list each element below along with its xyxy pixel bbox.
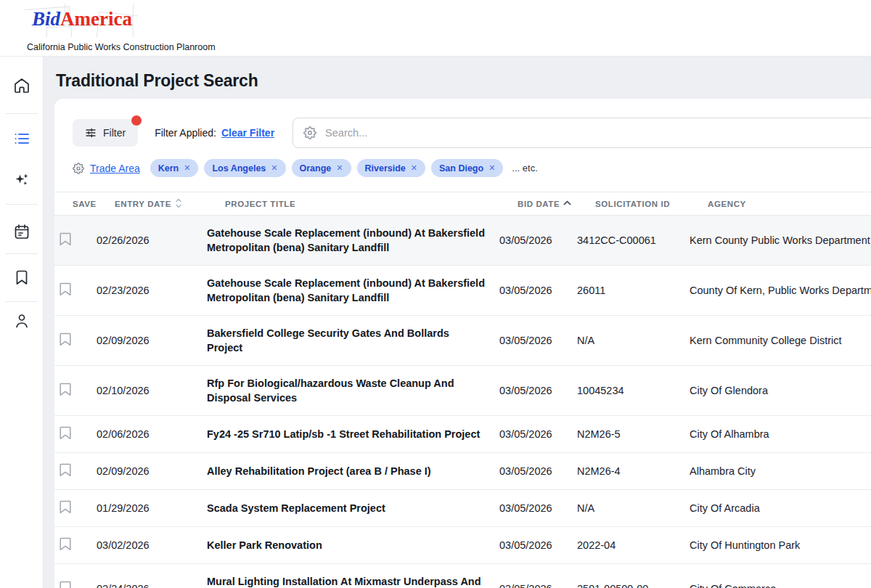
user-profile-icon[interactable] [13, 312, 30, 330]
project-title-cell[interactable]: Rfp For Biological/hazardous Waste Clean… [207, 376, 499, 405]
bookmark-save-icon[interactable] [60, 581, 71, 588]
trade-area-chip[interactable]: Los Angeles✕ [204, 159, 285, 177]
column-header-save: Save [73, 200, 115, 208]
bid-date-cell: 03/05/2026 [499, 385, 577, 396]
trade-area-chips: Kern✕ Los Angeles✕ Orange✕ Riverside✕ Sa… [150, 159, 504, 177]
table-body: 02/26/2026 Gatehouse Scale Replacement (… [54, 216, 871, 588]
solicitation-id-cell: N/A [577, 335, 690, 346]
bookmark-save-icon[interactable] [60, 537, 71, 551]
search-results-card: Filter Filter Applied: Clear Filter Trad… [54, 99, 871, 588]
chip-label: Los Angeles [212, 163, 266, 173]
trade-area-chip[interactable]: San Diego✕ [431, 159, 503, 177]
trade-area-chip[interactable]: Orange✕ [292, 159, 351, 177]
chip-label: San Diego [439, 163, 483, 173]
project-title-cell[interactable]: Keller Park Renovation [207, 538, 499, 552]
solicitation-id-cell: N2M26-4 [577, 465, 690, 477]
save-cell [54, 332, 97, 348]
trade-area-chip[interactable]: Kern✕ [150, 159, 199, 177]
trade-area-gear-icon [73, 163, 84, 174]
logo-part-bid: Bid [32, 8, 60, 30]
search-box[interactable] [293, 118, 871, 148]
entry-date-cell: 01/29/2026 [97, 502, 207, 514]
bookmark-save-icon[interactable] [60, 383, 71, 396]
project-title-cell[interactable]: Fy24 -25 Sr710 Latip/sb -1 Street Rehabi… [207, 427, 499, 441]
chip-remove-icon[interactable]: ✕ [411, 164, 417, 172]
table-row[interactable]: 02/23/2026 Gatehouse Scale Replacement (… [54, 266, 871, 316]
bookmark-save-icon[interactable] [60, 282, 71, 296]
table-row[interactable]: 02/10/2026 Rfp For Biological/hazardous … [54, 366, 871, 416]
agency-cell: City Of Alhambra [690, 428, 871, 440]
bid-date-cell: 03/05/2026 [499, 234, 577, 246]
chip-label: Riverside [365, 163, 406, 173]
table-row[interactable]: 02/09/2026 Alley Rehabilitation Project … [54, 453, 871, 490]
project-title-cell[interactable]: Mural Lighting Installation At Mixmastr … [207, 574, 499, 588]
column-header-bid-date[interactable]: Bid Date [518, 199, 595, 208]
agency-cell: Kern County Public Works Department [690, 234, 871, 246]
bookmark-nav-icon[interactable] [13, 269, 30, 286]
search-input[interactable] [325, 127, 871, 139]
project-list-icon[interactable] [13, 130, 30, 147]
bookmark-save-icon[interactable] [60, 232, 71, 246]
column-header-entry-date[interactable]: Entry Date [115, 198, 225, 210]
solicitation-id-cell: 26011 [577, 285, 690, 296]
sidebar-divider [6, 204, 38, 205]
project-title-cell[interactable]: Bakersfield College Security Gates And B… [207, 326, 499, 355]
bookmark-save-icon[interactable] [60, 332, 71, 346]
bid-date-cell: 03/05/2026 [499, 285, 577, 296]
filter-button[interactable]: Filter [73, 119, 138, 147]
chip-label: Orange [300, 163, 332, 173]
project-title-cell[interactable]: Alley Rehabilitation Project (area B / P… [207, 464, 499, 478]
trade-area-link[interactable]: Trade Area [90, 163, 140, 174]
project-title-cell[interactable]: Scada System Replacement Project [207, 501, 499, 515]
entry-date-cell: 02/24/2026 [97, 583, 207, 588]
save-cell [54, 463, 97, 479]
bookmark-save-icon[interactable] [60, 426, 71, 440]
page-title: Traditional Project Search [56, 71, 871, 91]
entry-date-cell: 02/06/2026 [97, 428, 207, 440]
chip-remove-icon[interactable]: ✕ [336, 164, 343, 172]
bid-date-cell: 03/05/2026 [499, 428, 577, 440]
clear-filter-link[interactable]: Clear Filter [221, 127, 274, 139]
sort-ascending-icon [563, 199, 571, 208]
chip-remove-icon[interactable]: ✕ [184, 164, 190, 172]
solicitation-id-cell: 2022-04 [577, 539, 690, 551]
app-window: BidAmerica California Public Works Const… [0, 0, 871, 588]
project-title-cell[interactable]: Gatehouse Scale Replacement (inbound) At… [207, 226, 499, 255]
table-row[interactable]: 02/09/2026 Bakersfield College Security … [54, 316, 871, 366]
table-row[interactable]: 01/29/2026 Scada System Replacement Proj… [54, 490, 871, 527]
bid-date-cell: 03/05/2026 [499, 539, 577, 551]
site-tagline: California Public Works Construction Pla… [27, 42, 216, 52]
table-row[interactable]: 02/06/2026 Fy24 -25 Sr710 Latip/sb -1 St… [54, 416, 871, 453]
table-row[interactable]: 03/02/2026 Keller Park Renovation 03/05/… [54, 527, 871, 564]
save-cell [54, 282, 97, 298]
save-cell [54, 232, 97, 248]
entry-date-cell: 02/23/2026 [97, 285, 207, 296]
filter-active-badge [131, 115, 142, 126]
calendar-icon[interactable] [13, 223, 30, 240]
filter-applied-group: Filter Applied: Clear Filter [155, 127, 274, 139]
filter-bar: Filter Filter Applied: Clear Filter [73, 99, 871, 148]
top-header: BidAmerica California Public Works Const… [0, 0, 871, 57]
bookmark-save-icon[interactable] [60, 500, 71, 514]
bookmark-save-icon[interactable] [60, 463, 71, 477]
sparkles-ai-icon[interactable] [13, 171, 30, 188]
agency-cell: Alhambra City [690, 465, 871, 477]
bid-date-cell: 03/05/2026 [499, 502, 577, 514]
trade-area-chip[interactable]: Riverside✕ [357, 159, 426, 177]
project-title-cell[interactable]: Gatehouse Scale Replacement (inbound) At… [207, 276, 499, 305]
home-icon[interactable] [13, 77, 30, 94]
bidamerica-logo[interactable]: BidAmerica [25, 4, 138, 37]
table-row[interactable]: 02/24/2026 Mural Lighting Installation A… [54, 564, 871, 588]
agency-cell: City Of Arcadia [690, 502, 871, 514]
logo-part-america: America [60, 8, 132, 30]
chip-remove-icon[interactable]: ✕ [488, 164, 495, 172]
table-row[interactable]: 02/26/2026 Gatehouse Scale Replacement (… [54, 216, 871, 266]
bid-date-cell: 03/05/2026 [499, 465, 577, 477]
sort-both-icon [175, 198, 182, 210]
chip-remove-icon[interactable]: ✕ [271, 164, 277, 172]
save-cell [54, 537, 97, 553]
filter-button-label: Filter [103, 127, 126, 139]
column-header-project-title: Project Title [225, 200, 518, 208]
agency-cell: City Of Huntington Park [690, 539, 871, 551]
save-cell [54, 426, 97, 442]
